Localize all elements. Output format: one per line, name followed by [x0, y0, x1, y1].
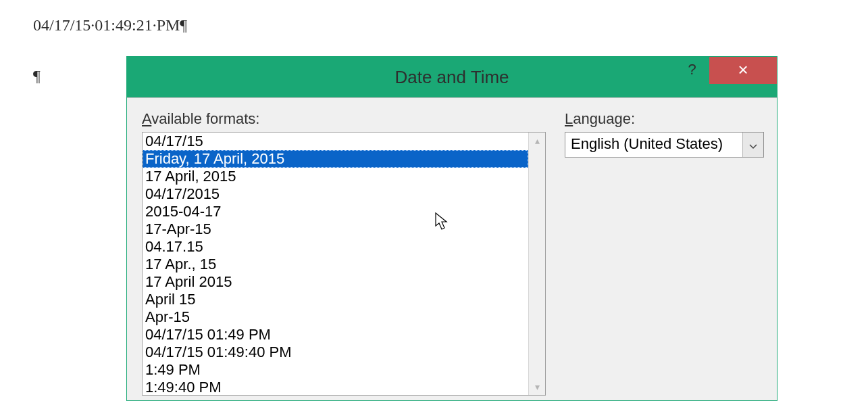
help-button[interactable]: ? — [675, 57, 709, 84]
scroll-down-icon[interactable]: ▾ — [529, 379, 545, 395]
close-icon: × — [738, 60, 748, 80]
format-option[interactable]: 17 April 2015 — [143, 273, 528, 291]
format-option[interactable]: 1:49:40 PM — [143, 379, 528, 395]
language-column: Language: English (United States) — [565, 110, 764, 400]
format-option[interactable]: 04/17/15 01:49 PM — [143, 326, 528, 344]
formats-label: Available formats: — [142, 110, 546, 128]
formats-listbox[interactable]: 04/17/15Friday, 17 April, 201517 April, … — [142, 132, 546, 396]
language-value: English (United States) — [565, 133, 742, 157]
format-option[interactable]: 04.17.15 — [143, 238, 528, 256]
format-option[interactable]: 04/17/15 01:49:40 PM — [143, 344, 528, 361]
format-option[interactable]: Apr-15 — [143, 308, 528, 326]
help-icon: ? — [688, 61, 696, 78]
format-option[interactable]: 04/17/15 — [143, 133, 528, 150]
format-option[interactable]: 1:49 PM — [143, 361, 528, 379]
format-option[interactable]: 2015-04-17 — [143, 203, 528, 220]
language-combobox[interactable]: English (United States) — [565, 132, 764, 158]
formats-column: Available formats: 04/17/15Friday, 17 Ap… — [142, 110, 546, 400]
date-time-dialog: Date and Time ? × Available formats: 04/… — [126, 56, 777, 401]
close-button[interactable]: × — [709, 57, 777, 84]
dialog-titlebar[interactable]: Date and Time ? × — [127, 57, 777, 97]
format-option[interactable]: Friday, 17 April, 2015 — [143, 150, 528, 168]
language-dropdown-button[interactable] — [742, 133, 763, 157]
format-option[interactable]: 04/17/2015 — [143, 185, 528, 203]
format-option[interactable]: April 15 — [143, 291, 528, 308]
chevron-down-icon — [749, 136, 757, 154]
scroll-up-icon[interactable]: ▴ — [529, 133, 545, 149]
language-label: Language: — [565, 110, 764, 128]
dialog-client-area: Available formats: 04/17/15Friday, 17 Ap… — [127, 97, 777, 400]
format-option[interactable]: 17 Apr., 15 — [143, 256, 528, 273]
document-line-1: 04/17/15·01:49:21·PM¶ — [33, 16, 187, 34]
format-option[interactable]: 17 April, 2015 — [143, 168, 528, 185]
listbox-scrollbar[interactable]: ▴ ▾ — [528, 133, 545, 395]
format-option[interactable]: 17-Apr-15 — [143, 220, 528, 238]
